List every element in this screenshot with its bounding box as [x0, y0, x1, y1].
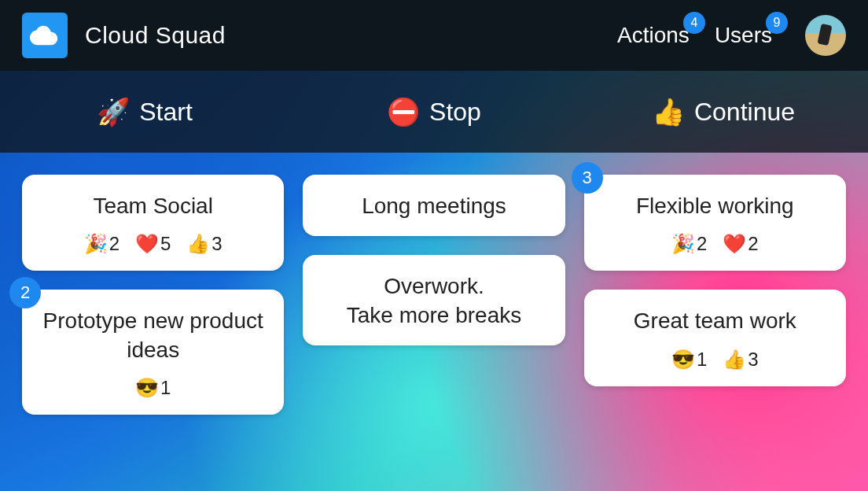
column-stop: Long meetingsOverwork.Take more breaks	[303, 175, 565, 415]
card-start-0[interactable]: Team Social🎉2❤️5👍3	[22, 175, 284, 271]
card-stop-1[interactable]: Overwork.Take more breaks	[303, 255, 565, 345]
reaction-icon: 👍	[723, 349, 746, 371]
tab-start-label: Start	[139, 98, 193, 127]
cloud-icon	[30, 25, 60, 46]
card-title: Overwork.Take more breaks	[317, 272, 550, 330]
reactions: 🎉2❤️5👍3	[36, 233, 270, 255]
nav-actions[interactable]: Actions 4	[616, 20, 691, 51]
column-headers: 🚀 Start ⛔ Stop 👍 Continue	[0, 71, 868, 153]
card-stop-0[interactable]: Long meetings	[303, 175, 565, 236]
nav-actions-badge: 4	[683, 12, 705, 34]
reaction[interactable]: 😎1	[671, 349, 707, 371]
reaction-count: 2	[697, 233, 707, 255]
board: Team Social🎉2❤️5👍32Prototype new product…	[0, 153, 868, 415]
tab-stop-label: Stop	[429, 98, 481, 127]
reaction[interactable]: 👍3	[723, 349, 758, 371]
nav-users[interactable]: Users 9	[713, 20, 774, 51]
reaction-icon: ❤️	[135, 233, 159, 255]
card-continue-1[interactable]: Great team work😎1👍3	[584, 290, 846, 386]
tab-start[interactable]: 🚀 Start	[0, 96, 289, 127]
column-start: Team Social🎉2❤️5👍32Prototype new product…	[22, 175, 284, 415]
column-continue: 3Flexible working🎉2❤️2Great team work😎1👍…	[584, 175, 846, 415]
reaction-count: 3	[748, 349, 758, 371]
card-start-1[interactable]: 2Prototype new product ideas😎1	[22, 290, 284, 415]
reaction[interactable]: 🎉2	[84, 233, 120, 255]
card-title: Great team work	[598, 307, 832, 335]
reaction[interactable]: 👍3	[186, 233, 222, 255]
reaction-icon: 😎	[135, 377, 159, 399]
tab-continue-label: Continue	[694, 98, 795, 127]
tab-continue[interactable]: 👍 Continue	[579, 96, 868, 127]
reaction-count: 3	[211, 233, 222, 255]
nav-users-badge: 9	[766, 12, 788, 34]
thumbs-up-icon: 👍	[652, 96, 685, 127]
reaction-icon: 🎉	[84, 233, 108, 255]
reactions: 😎1	[36, 377, 270, 399]
card-title: Long meetings	[317, 192, 550, 220]
reaction-icon: 😎	[671, 349, 695, 371]
nav-actions-label: Actions	[617, 23, 690, 47]
reaction[interactable]: ❤️2	[723, 233, 758, 255]
card-title: Flexible working	[598, 192, 832, 220]
card-badge: 2	[9, 277, 41, 308]
card-title: Prototype new product ideas	[36, 307, 270, 364]
reaction-count: 2	[748, 233, 758, 255]
nav-users-label: Users	[715, 23, 772, 47]
reaction-count: 1	[697, 349, 707, 371]
reaction-count: 5	[160, 233, 171, 255]
card-title: Team Social	[36, 192, 270, 220]
avatar[interactable]	[805, 15, 846, 56]
app-title: Cloud Squad	[85, 22, 594, 49]
tab-stop[interactable]: ⛔ Stop	[289, 96, 579, 127]
reaction-icon: ❤️	[723, 233, 746, 255]
app-logo[interactable]	[22, 13, 68, 58]
reaction-icon: 👍	[186, 233, 210, 255]
card-continue-0[interactable]: 3Flexible working🎉2❤️2	[584, 175, 846, 271]
reactions: 😎1👍3	[598, 349, 832, 371]
reaction[interactable]: 😎1	[135, 377, 171, 399]
no-entry-icon: ⛔	[387, 96, 420, 127]
reactions: 🎉2❤️2	[598, 233, 832, 255]
reaction[interactable]: ❤️5	[135, 233, 171, 255]
reaction-count: 1	[160, 377, 171, 399]
reaction[interactable]: 🎉2	[671, 233, 707, 255]
reaction-count: 2	[109, 233, 120, 255]
app-header: Cloud Squad Actions 4 Users 9	[0, 0, 868, 71]
reaction-icon: 🎉	[671, 233, 695, 255]
card-badge: 3	[572, 162, 603, 194]
rocket-icon: 🚀	[97, 96, 130, 127]
